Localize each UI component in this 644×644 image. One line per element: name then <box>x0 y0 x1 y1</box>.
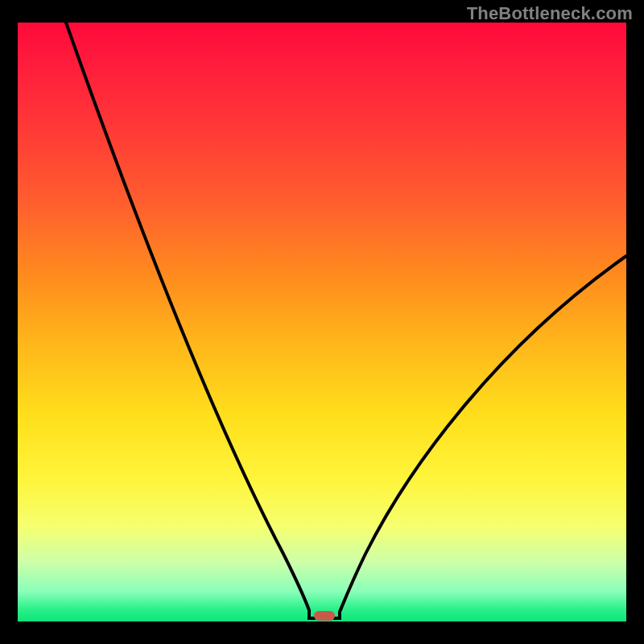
curve-path <box>66 23 626 618</box>
attribution-text: TheBottleneck.com <box>467 3 633 24</box>
bottleneck-curve <box>18 23 626 621</box>
chart-frame: TheBottleneck.com <box>0 0 644 644</box>
plot-area <box>18 23 626 621</box>
optimum-marker <box>314 611 335 621</box>
